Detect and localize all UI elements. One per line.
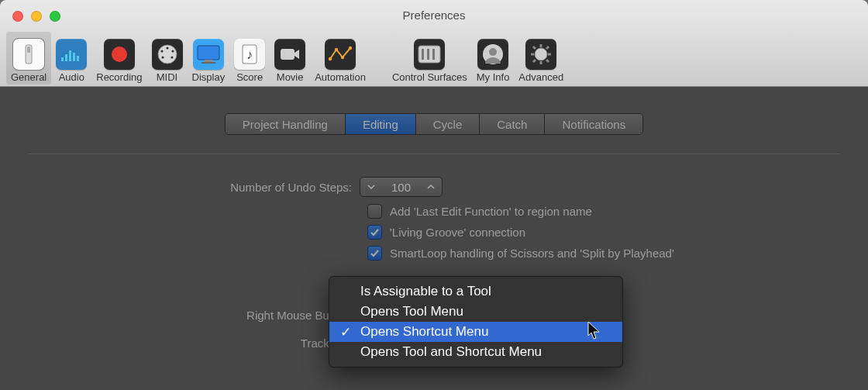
tab-cycle[interactable]: Cycle [416, 114, 480, 134]
dropdown-option[interactable]: Opens Tool and Shortcut Menu [329, 342, 622, 362]
svg-line-36 [546, 60, 549, 62]
svg-point-10 [160, 50, 163, 52]
my-info-icon [477, 39, 508, 70]
control-surfaces-icon [414, 39, 445, 70]
svg-rect-3 [65, 54, 67, 61]
svg-line-38 [533, 60, 536, 62]
dropdown-option[interactable]: Is Assignable to a Tool [329, 281, 622, 302]
svg-point-20 [329, 57, 332, 60]
toolbar-item-general[interactable]: General [6, 32, 51, 85]
toolbar-item-score[interactable]: ♪Score [229, 32, 270, 85]
svg-point-7 [112, 47, 127, 62]
undo-steps-label: Number of Undo Steps: [28, 181, 360, 194]
midi-icon [152, 39, 183, 70]
svg-rect-5 [73, 53, 75, 61]
editing-checkbox-0[interactable] [367, 204, 382, 219]
advanced-icon [525, 39, 556, 70]
svg-rect-1 [27, 47, 30, 53]
dropdown-option-label: Opens Tool Menu [360, 304, 463, 319]
chevron-up-icon[interactable] [420, 183, 442, 191]
svg-rect-6 [77, 56, 79, 61]
toolbar-item-movie[interactable]: Movie [270, 32, 310, 85]
undo-steps-stepper[interactable]: 100 [360, 177, 443, 197]
editing-check-label: Add 'Last Edit Function' to region name [390, 205, 592, 218]
tab-catch[interactable]: Catch [480, 114, 545, 134]
general-icon [13, 39, 44, 70]
toolbar-label: Recording [96, 71, 142, 83]
svg-rect-2 [61, 57, 64, 61]
automation-icon [325, 39, 356, 70]
svg-rect-27 [432, 49, 435, 60]
tab-project-handling[interactable]: Project Handling [226, 114, 346, 134]
svg-rect-25 [422, 49, 424, 60]
trackpad-label: Trackpad: [28, 337, 360, 350]
toolbar-item-audio[interactable]: Audio [51, 32, 91, 85]
svg-point-23 [349, 47, 352, 50]
dropdown-option-label: Opens Tool and Shortcut Menu [360, 344, 542, 359]
right-mouse-button-label: Right Mouse Button: [28, 309, 360, 322]
toolbar-label: MIDI [157, 71, 177, 83]
toolbar-item-my-info[interactable]: My Info [472, 32, 515, 85]
toolbar-label: Advanced [518, 71, 563, 83]
toolbar-item-advanced[interactable]: Advanced [514, 32, 568, 85]
svg-point-12 [161, 56, 164, 58]
checkmark-icon: ✓ [340, 324, 351, 340]
dropdown-option[interactable]: ✓Opens Shortcut Menu [329, 322, 622, 342]
svg-point-30 [535, 48, 547, 60]
toolbar-item-midi[interactable]: MIDI [147, 32, 188, 85]
dropdown-option[interactable]: Opens Tool Menu [329, 302, 622, 322]
editing-check-label: 'Living Groove' connection [390, 226, 525, 239]
editing-checkbox-2[interactable] [367, 246, 382, 261]
svg-rect-4 [69, 50, 71, 61]
svg-line-37 [546, 47, 549, 49]
svg-point-9 [166, 47, 168, 49]
toolbar-label: Score [236, 71, 263, 83]
svg-point-21 [335, 48, 338, 51]
svg-rect-14 [198, 46, 219, 60]
toolbar-item-control-surfaces[interactable]: Control Surfaces [388, 32, 472, 85]
chevron-down-icon[interactable] [360, 183, 382, 191]
window-title: Preferences [0, 9, 868, 22]
svg-point-11 [171, 50, 174, 52]
display-icon [193, 39, 224, 70]
svg-point-13 [170, 56, 173, 58]
toolbar-label: General [11, 71, 46, 83]
svg-point-29 [489, 48, 497, 56]
svg-rect-16 [202, 62, 215, 64]
editing-checkbox-1[interactable] [367, 225, 382, 240]
preferences-toolbar: GeneralAudioRecordingMIDIDisplay♪ScoreMo… [0, 32, 868, 86]
right-mouse-button-dropdown[interactable]: Is Assignable to a ToolOpens Tool Menu✓O… [329, 276, 623, 368]
editing-check-label: SmartLoop handling of Scissors and 'Spli… [390, 247, 674, 260]
svg-text:♪: ♪ [246, 48, 253, 61]
toolbar-label: Audio [59, 71, 84, 83]
svg-point-22 [341, 56, 344, 59]
toolbar-label: Movie [277, 71, 304, 83]
toolbar-label: My Info [477, 71, 510, 83]
toolbar-item-recording[interactable]: Recording [91, 32, 146, 85]
toolbar-label: Control Surfaces [392, 71, 467, 83]
svg-rect-15 [205, 60, 212, 62]
tab-editing[interactable]: Editing [346, 114, 416, 134]
general-sub-tabs: Project HandlingEditingCycleCatchNotific… [225, 113, 643, 135]
svg-rect-26 [427, 49, 429, 60]
tab-notifications[interactable]: Notifications [545, 114, 642, 134]
toolbar-item-display[interactable]: Display [188, 32, 230, 85]
dropdown-option-label: Opens Shortcut Menu [360, 324, 488, 339]
undo-steps-value: 100 [382, 181, 420, 194]
svg-line-35 [533, 47, 536, 49]
movie-icon [274, 39, 305, 70]
svg-rect-19 [281, 49, 294, 60]
dropdown-option-label: Is Assignable to a Tool [360, 284, 491, 299]
score-icon: ♪ [234, 39, 265, 70]
toolbar-label: Display [192, 71, 226, 83]
cursor-icon [587, 321, 601, 341]
audio-icon [56, 39, 87, 70]
recording-icon [104, 39, 135, 70]
toolbar-item-automation[interactable]: Automation [310, 32, 370, 85]
toolbar-label: Automation [315, 71, 366, 83]
